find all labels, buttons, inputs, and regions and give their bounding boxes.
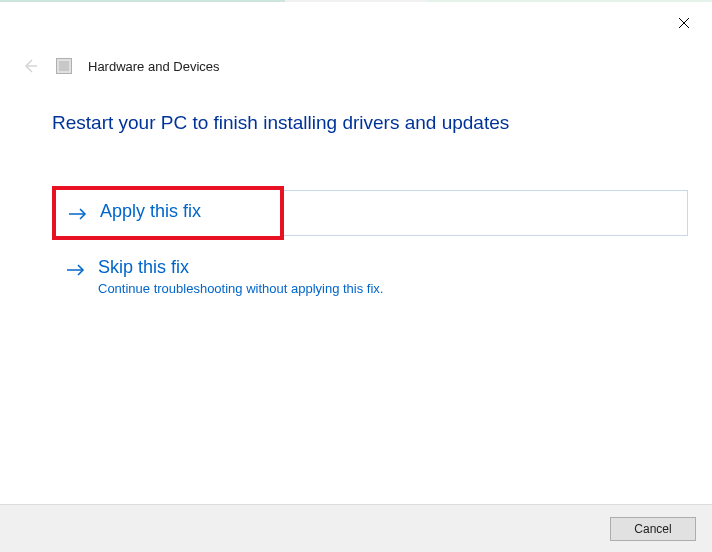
close-icon — [678, 15, 690, 33]
back-arrow-icon — [20, 56, 40, 76]
apply-fix-option[interactable]: Apply this fix — [52, 186, 688, 240]
page-title: Hardware and Devices — [88, 59, 220, 74]
skip-fix-label: Skip this fix — [98, 256, 383, 279]
apply-fix-highlight: Apply this fix — [52, 186, 284, 240]
skip-fix-subtitle: Continue troubleshooting without applyin… — [98, 281, 383, 296]
apply-fix-label: Apply this fix — [100, 200, 201, 223]
main-content: Restart your PC to finish installing dri… — [52, 112, 688, 296]
arrow-right-icon — [66, 258, 86, 282]
instruction-text: Restart your PC to finish installing dri… — [52, 112, 688, 134]
troubleshooter-icon — [56, 58, 72, 74]
arrow-right-icon — [68, 202, 88, 226]
skip-fix-option[interactable]: Skip this fix Continue troubleshooting w… — [52, 256, 688, 296]
breadcrumb: Hardware and Devices — [20, 56, 220, 76]
close-button[interactable] — [674, 14, 694, 34]
dialog-footer: Cancel — [0, 504, 712, 552]
cancel-button-label: Cancel — [634, 522, 671, 536]
cancel-button[interactable]: Cancel — [610, 517, 696, 541]
window-top-accent — [0, 0, 712, 2]
